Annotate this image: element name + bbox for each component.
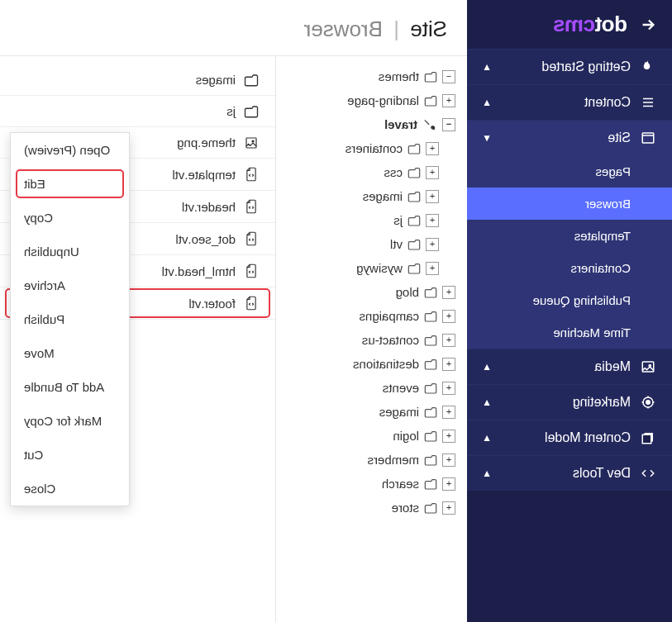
tree-item-label: search [382,477,419,491]
file-name: dot_seo.vtl [175,232,236,246]
nav-section-content[interactable]: Content ▲ [467,84,672,120]
main: Site | Browser − themes+ landing-page− t… [0,0,467,622]
ctx-item-add-to-bundle[interactable]: Add To Bundle [11,370,129,404]
code-file-icon [242,167,260,182]
tree-item-label: store [392,501,419,515]
nav-section-label: Dev Tools [492,466,631,481]
tree-item-wysiwyg[interactable]: + wysiwyg [276,256,467,280]
nav-section-getting-started[interactable]: Getting Started ▲ [467,49,672,84]
folder-icon [407,215,421,226]
svg-rect-6 [642,434,651,444]
nav-item-containers[interactable]: Containers [467,252,672,284]
tree-item-images[interactable]: + images [276,184,467,208]
tree-toggle-icon[interactable]: − [442,118,455,131]
nav-item-pages[interactable]: Pages [467,155,672,188]
ctx-item-mark-for-copy[interactable]: Mark for Copy [11,404,129,438]
tree-toggle-icon[interactable]: + [442,453,455,467]
chevron-up-icon: ▲ [482,432,492,444]
file-name: footer.vtl [188,297,236,311]
svg-rect-0 [642,133,654,143]
ctx-item-cut[interactable]: Cut [11,438,129,472]
breadcrumb: Site | Browser [0,0,467,55]
tree-toggle-icon[interactable]: + [442,430,455,443]
tree-toggle-icon[interactable]: − [442,70,455,83]
tree-item-store[interactable]: + store [276,496,467,520]
nav-section-dev-tools[interactable]: Dev Tools ▲ [467,455,672,491]
nav-item-browser[interactable]: Browser [467,188,672,220]
tree-item-destinations[interactable]: + destinations [276,352,467,376]
nav-section-label: Content Model [492,430,631,445]
nav-item-time-machine[interactable]: Time Machine [467,316,672,349]
tree-item-vtl[interactable]: + vtl [276,232,467,256]
ctx-item-close[interactable]: Close [11,472,129,506]
tree-item-label: wysiwyg [356,261,403,275]
tree-item-label: campaigns [359,309,419,323]
tree-toggle-icon[interactable]: + [442,382,455,395]
code-icon [639,466,657,481]
nav-section-site[interactable]: Site ▼ [467,120,672,155]
tree-toggle-icon[interactable]: + [426,166,439,179]
ctx-item-edit[interactable]: Edit [11,167,129,201]
ctx-item-archive[interactable]: Archive [11,268,129,302]
code-file-icon [242,296,260,311]
sidebar: dotcms Getting Started ▲ Content ▲ Site … [467,0,672,622]
nav-section-label: Marketing [492,395,631,410]
tree-toggle-icon[interactable]: + [442,286,455,299]
tree-item-label: destinations [353,357,419,371]
ctx-item-open-preview-[interactable]: Open (Preview) [11,133,129,167]
file-row-js[interactable]: js [0,96,275,127]
tree-toggle-icon[interactable]: + [442,334,455,347]
tree-item-blog[interactable]: + blog [276,280,467,304]
nav-section-marketing[interactable]: Marketing ▲ [467,384,672,420]
folder-icon [424,430,437,442]
tree-toggle-icon[interactable]: + [426,238,439,251]
tree-toggle-icon[interactable]: + [442,310,455,323]
tree-column: − themes+ landing-page− travel+ containe… [275,56,467,622]
nav-section-media[interactable]: Media ▲ [467,349,672,384]
tree-toggle-icon[interactable]: + [442,501,455,515]
ctx-item-copy[interactable]: Copy [11,201,129,235]
tree-toggle-icon[interactable]: + [426,214,439,227]
tree-toggle-icon[interactable]: + [442,94,455,107]
tree-item-images[interactable]: + images [276,400,467,424]
tree-item-label: events [383,381,419,395]
tree-item-label: themes [379,69,419,83]
tree-item-landing-page[interactable]: + landing-page [276,88,467,112]
logo: dotcms [554,12,627,37]
tree-item-events[interactable]: + events [276,376,467,400]
tree-item-label: members [367,453,419,467]
tree-item-themes[interactable]: − themes [276,64,467,88]
tree-toggle-icon[interactable]: + [442,358,455,371]
folder-icon [424,335,437,346]
svg-rect-7 [246,138,256,148]
nav-item-templates[interactable]: Templates [467,220,672,252]
tree-item-css[interactable]: + css [276,160,467,184]
folder-icon [407,167,421,178]
tree-item-contact-us[interactable]: + contact-us [276,328,467,352]
ctx-item-move[interactable]: Move [11,336,129,370]
file-row-images[interactable]: images [0,64,275,96]
tree-toggle-icon[interactable]: + [426,142,439,155]
tree-item-containers[interactable]: + containers [276,136,467,160]
tree-toggle-icon[interactable]: + [442,477,455,491]
tree-item-login[interactable]: + login [276,424,467,448]
ctx-item-publish[interactable]: Publish [11,302,129,336]
code-file-icon [242,264,260,278]
tree-item-travel[interactable]: − travel [276,112,467,136]
tree-item-members[interactable]: + members [276,448,467,472]
context-menu: Open (Preview)EditCopyUnpublishArchivePu… [10,132,130,506]
tree-item-search[interactable]: + search [276,472,467,496]
content-area: − themes+ landing-page− travel+ containe… [0,55,467,622]
tree-toggle-icon[interactable]: + [442,406,455,419]
tree-item-label: blog [396,285,419,299]
sidebar-header: dotcms [467,0,672,49]
tree-item-js[interactable]: + js [276,208,467,232]
breadcrumb-sub: Browser [304,17,383,41]
nav-item-publishing-queue[interactable]: Publishing Queue [467,284,672,316]
tree-toggle-icon[interactable]: + [426,262,439,275]
tree-toggle-icon[interactable]: + [426,190,439,203]
ctx-item-unpublish[interactable]: Unpublish [11,235,129,268]
back-arrow-icon[interactable] [639,16,657,34]
tree-item-campaigns[interactable]: + campaigns [276,304,467,328]
nav-section-content-model[interactable]: Content Model ▲ [467,420,672,455]
